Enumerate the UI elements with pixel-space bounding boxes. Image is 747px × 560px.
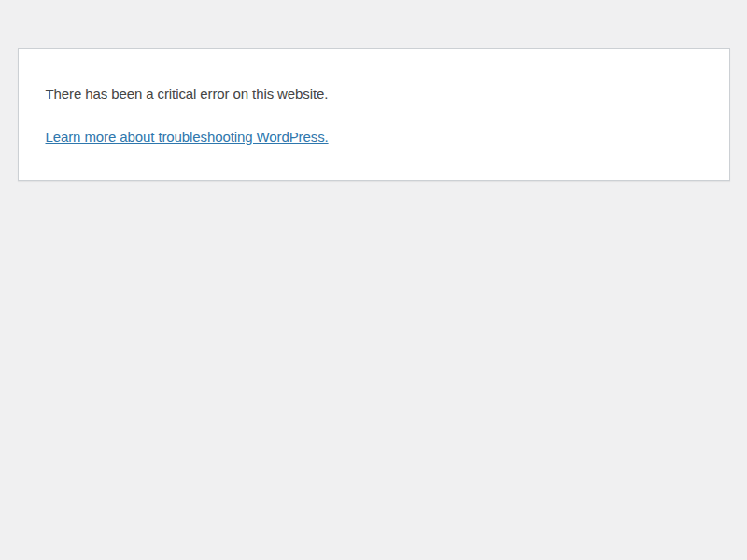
troubleshooting-wordpress-link[interactable]: Learn more about troubleshooting WordPre… <box>46 129 329 145</box>
critical-error-message: There has been a critical error on this … <box>46 85 702 104</box>
page-background: { "page": { "background_color": "#f0f0f1… <box>0 0 747 560</box>
troubleshooting-link-row: Learn more about troubleshooting WordPre… <box>46 128 702 147</box>
critical-error-card: There has been a critical error on this … <box>18 48 730 181</box>
